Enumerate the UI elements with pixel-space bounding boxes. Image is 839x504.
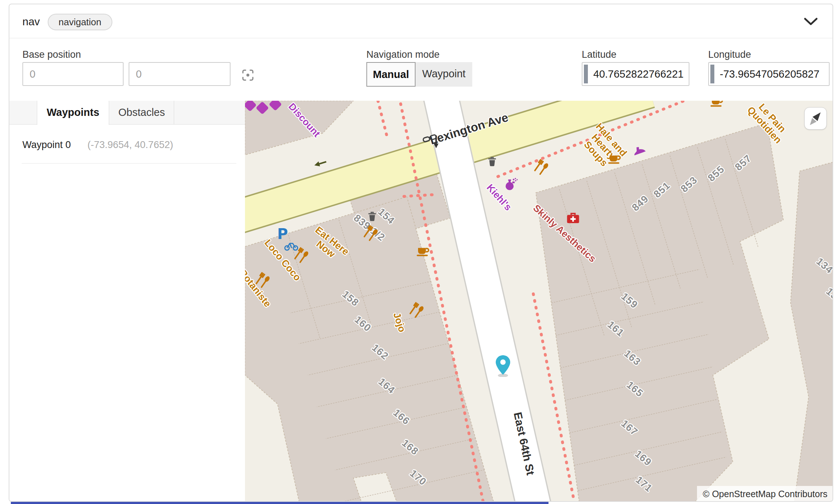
latitude-label: Latitude xyxy=(582,49,616,60)
waypoint-name: Waypoint 0 xyxy=(22,139,71,151)
base-position-y-input[interactable] xyxy=(129,62,231,86)
pick-position-crosshair-icon[interactable] xyxy=(241,68,255,82)
bottom-accent-bar xyxy=(11,502,548,504)
base-position-label: Base position xyxy=(22,49,81,60)
navigation-mode-label: Navigation mode xyxy=(366,49,440,60)
mode-waypoint-button[interactable]: Waypoint xyxy=(416,62,472,87)
tab-strip: Waypoints Obstacles xyxy=(9,101,245,125)
tab-waypoints[interactable]: Waypoints xyxy=(37,101,109,125)
longitude-field xyxy=(708,62,830,86)
waypoint-list-item[interactable]: Waypoint 0 (-73.9654, 40.7652) xyxy=(9,135,245,157)
panel-header: nav navigation xyxy=(9,4,832,38)
panel-title: nav xyxy=(22,16,40,28)
waypoint-coords: (-73.9654, 40.7652) xyxy=(87,139,173,151)
navigation-badge: navigation xyxy=(48,14,112,30)
mode-manual-button[interactable]: Manual xyxy=(366,62,416,87)
map-attribution: © OpenStreetMap Contributors xyxy=(697,486,833,502)
map-canvas[interactable]: Lexington AveEast 64th StDiscountEat Her… xyxy=(245,101,833,502)
longitude-input[interactable] xyxy=(708,62,830,86)
longitude-label: Longitude xyxy=(708,49,751,60)
chevron-down-icon[interactable] xyxy=(804,17,818,27)
longitude-drag-handle xyxy=(710,65,714,83)
compass-button[interactable] xyxy=(804,107,827,130)
latitude-field xyxy=(582,62,689,86)
base-position-x-input[interactable] xyxy=(22,62,124,86)
waypoints-sidebar: Waypoint 0 (-73.9654, 40.7652) xyxy=(9,125,245,502)
latitude-input[interactable] xyxy=(582,62,689,86)
map-marker[interactable] xyxy=(495,355,511,377)
nav-panel-card: nav navigation Base position Navigation … xyxy=(9,4,833,502)
latitude-drag-handle xyxy=(584,65,588,83)
divider xyxy=(22,163,236,164)
map-base-geometry xyxy=(245,101,833,502)
tab-obstacles[interactable]: Obstacles xyxy=(109,101,174,125)
